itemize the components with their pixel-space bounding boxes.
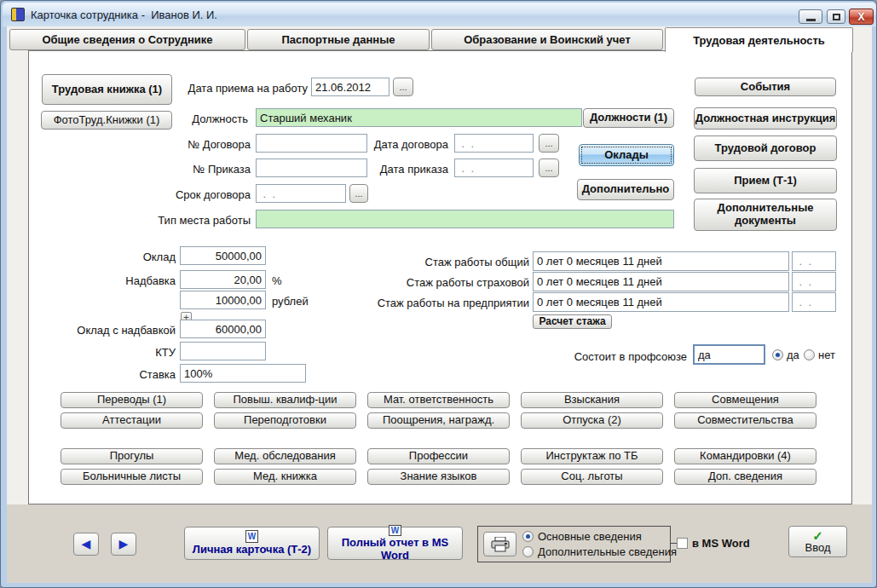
enter-button[interactable]: ✓ Ввод	[788, 526, 847, 557]
seniority-total-date-input[interactable]	[792, 251, 836, 271]
order-date-input[interactable]	[454, 159, 534, 177]
ktu-input[interactable]	[180, 342, 266, 360]
transfers-button[interactable]: Переводы (1)	[61, 392, 203, 408]
bonus-rub-input[interactable]	[180, 291, 266, 309]
salary-input[interactable]	[180, 246, 266, 265]
job-description-button[interactable]: Должностная инструкция	[694, 107, 837, 130]
calc-seniority-button[interactable]: Расчет стажа	[533, 314, 612, 329]
seniority-company-input[interactable]	[533, 292, 789, 312]
contract-date-input[interactable]	[454, 134, 534, 153]
right-arrow-icon: ▶	[119, 538, 129, 551]
penalties-button[interactable]: Взыскания	[521, 392, 663, 408]
sick-leave-button[interactable]: Больничные листы	[61, 469, 203, 485]
restore-icon	[833, 14, 840, 20]
position-input[interactable]	[256, 108, 582, 127]
hire-date-input[interactable]	[311, 78, 389, 96]
union-no-label: нет	[818, 349, 835, 361]
rate-label: Ставка	[90, 368, 176, 381]
photo-work-books-button[interactable]: ФотоТруд.Книжки (1)	[41, 111, 172, 130]
contract-no-label: № Договора	[165, 138, 251, 151]
full-report-word-button[interactable]: W Полный отчет в MS Word	[327, 527, 463, 560]
print-additional-option[interactable]: Дополнительные сведения	[522, 545, 677, 558]
retraining-button[interactable]: Переподготовки	[214, 412, 356, 429]
print-basic-option[interactable]: Основные сведения	[522, 530, 642, 543]
tab-work-activity[interactable]: Трудовая деятельность	[665, 27, 853, 52]
union-yes-label: да	[787, 349, 799, 361]
events-button[interactable]: События	[695, 78, 836, 96]
order-no-input[interactable]	[256, 159, 367, 177]
union-no-radio[interactable]	[804, 349, 815, 360]
window-title: Карточка сотрудника - Иванов И. И.	[31, 9, 217, 21]
position-label: Должность	[163, 112, 248, 125]
combinations-button[interactable]: Совмещения	[674, 392, 816, 408]
hire-date-picker-button[interactable]: ...	[393, 78, 413, 96]
order-date-picker-button[interactable]: ...	[539, 159, 559, 177]
in-ms-word-option[interactable]: в MS Word	[677, 537, 750, 550]
union-input[interactable]	[693, 344, 765, 365]
additional-info-button[interactable]: Доп. сведения	[674, 469, 816, 485]
union-label: Состоит в профсоюзе	[559, 350, 687, 363]
minimize-button[interactable]	[799, 9, 822, 24]
salary-with-bonus-input[interactable]	[180, 320, 266, 338]
workplace-type-input[interactable]	[256, 210, 674, 228]
prev-record-button[interactable]: ◀	[73, 533, 99, 556]
seniority-insurance-date-input[interactable]	[792, 272, 836, 291]
personal-card-label: Личная карточка (Т-2)	[193, 544, 311, 556]
full-report-label: Полный отчет в MS Word	[328, 537, 462, 562]
contract-term-picker-button[interactable]: ...	[349, 184, 368, 203]
work-book-button[interactable]: Трудовая книжка (1)	[42, 74, 172, 105]
hiring-t1-button[interactable]: Прием (Т-1)	[694, 168, 837, 193]
print-basic-radio[interactable]	[522, 531, 534, 542]
social-benefits-button[interactable]: Соц. льготы	[521, 469, 663, 485]
contract-term-input[interactable]	[256, 184, 346, 203]
tab-label: Паспортные данные	[281, 33, 395, 46]
union-yes-radio[interactable]	[772, 349, 783, 360]
personal-card-t2-button[interactable]: W Личная карточка (Т-2)	[184, 527, 320, 560]
medical-book-button[interactable]: Мед. книжка	[214, 469, 356, 485]
business-trips-button[interactable]: Командировки (4)	[674, 448, 816, 464]
print-additional-radio[interactable]	[522, 546, 534, 557]
seniority-company-date-input[interactable]	[792, 292, 836, 312]
labor-contract-button[interactable]: Трудовой договор	[694, 135, 837, 161]
word-doc-icon: W	[245, 530, 258, 543]
rate-input[interactable]	[180, 364, 306, 383]
contract-no-input[interactable]	[256, 134, 367, 153]
tab-passport-data[interactable]: Паспортные данные	[247, 29, 430, 50]
close-icon: X	[857, 12, 864, 22]
print-button[interactable]	[483, 532, 516, 556]
contract-date-label: Дата договора	[359, 138, 448, 151]
employee-card-window: Карточка сотрудника - Иванов И. И. X Общ…	[0, 0, 877, 588]
seniority-total-input[interactable]	[533, 251, 789, 271]
union-no-option[interactable]: нет	[804, 349, 835, 361]
professions-button[interactable]: Профессии	[367, 448, 510, 464]
safety-briefing-button[interactable]: Инструктаж по ТБ	[521, 448, 663, 464]
additional-documents-button[interactable]: Дополнительные документы	[694, 199, 837, 231]
in-ms-word-label: в MS Word	[692, 537, 750, 550]
positions-button[interactable]: Должности (1)	[583, 108, 674, 128]
salaries-button[interactable]: Оклады	[579, 144, 674, 166]
tab-education-military[interactable]: Образование и Воинский учет	[431, 29, 663, 50]
minimize-icon	[806, 19, 816, 21]
bonus-percent-input[interactable]	[180, 270, 266, 289]
material-responsibility-button[interactable]: Мат. ответственность	[367, 392, 510, 408]
medical-examinations-button[interactable]: Мед. обследования	[214, 448, 356, 464]
close-button[interactable]: X	[849, 9, 874, 25]
tab-general-info[interactable]: Общие сведения о Сотруднике	[9, 29, 245, 50]
seniority-insurance-input[interactable]	[533, 272, 789, 291]
rewards-button[interactable]: Поощрения, награжд.	[367, 412, 510, 429]
workplace-type-label: Тип места работы	[153, 214, 251, 227]
additional-button[interactable]: Дополнительно	[577, 179, 674, 200]
language-skills-button[interactable]: Знание языков	[367, 469, 510, 485]
attestations-button[interactable]: Аттестации	[61, 412, 203, 429]
vacations-button[interactable]: Отпуска (2)	[521, 412, 663, 429]
in-ms-word-checkbox[interactable]	[677, 538, 688, 549]
secondary-employment-button[interactable]: Совместительства	[674, 412, 816, 429]
contract-date-picker-button[interactable]: ...	[539, 134, 559, 153]
absenteeism-button[interactable]: Прогулы	[61, 448, 203, 464]
union-yes-option[interactable]: да	[772, 349, 799, 361]
bonus-label: Надбавка	[90, 274, 176, 287]
next-record-button[interactable]: ▶	[111, 533, 136, 556]
restore-button[interactable]	[827, 9, 845, 24]
seniority-company-label: Стаж работы на предприятии	[333, 297, 529, 309]
qualification-upgrade-button[interactable]: Повыш. квалиф-ции	[214, 392, 356, 408]
